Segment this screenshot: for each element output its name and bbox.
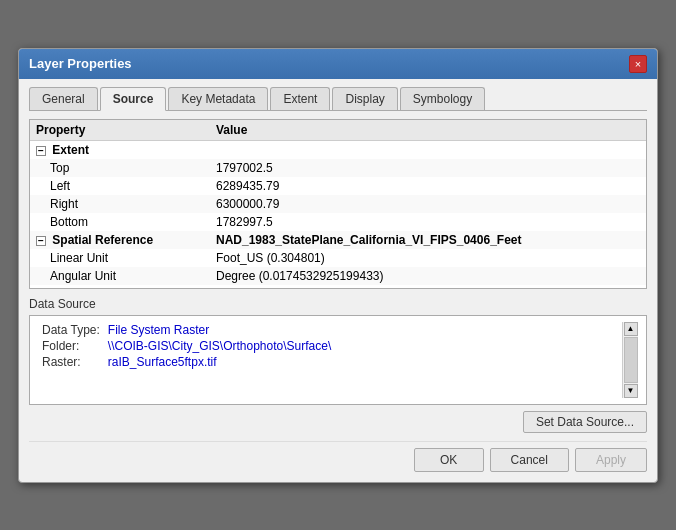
tab-extent[interactable]: Extent bbox=[270, 87, 330, 110]
prop-angular-unit-label: Angular Unit bbox=[30, 267, 210, 285]
ds-raster-label: Raster: bbox=[38, 354, 104, 370]
extent-group-label: Extent bbox=[52, 143, 89, 157]
close-button[interactable]: × bbox=[629, 55, 647, 73]
ds-folder-label: Folder: bbox=[38, 338, 104, 354]
data-source-box: Data Type: File System Raster Folder: \\… bbox=[29, 315, 647, 405]
table-row: Top 1797002.5 bbox=[30, 159, 646, 177]
extent-collapse-icon[interactable]: − bbox=[36, 146, 46, 156]
prop-linear-unit-label: Linear Unit bbox=[30, 249, 210, 267]
tab-display[interactable]: Display bbox=[332, 87, 397, 110]
prop-right-value: 6300000.79 bbox=[210, 195, 646, 213]
extent-group-row: − Extent bbox=[30, 140, 646, 159]
tab-key-metadata[interactable]: Key Metadata bbox=[168, 87, 268, 110]
spatial-ref-value: NAD_1983_StatePlane_California_VI_FIPS_0… bbox=[210, 231, 646, 249]
set-data-source-button[interactable]: Set Data Source... bbox=[523, 411, 647, 433]
spatial-ref-group-row: − Spatial Reference NAD_1983_StatePlane_… bbox=[30, 231, 646, 249]
table-row: Linear Unit Foot_US (0.304801) bbox=[30, 249, 646, 267]
dialog-title: Layer Properties bbox=[29, 56, 132, 71]
list-item: Raster: raIB_Surface5ftpx.tif bbox=[38, 354, 335, 370]
title-bar: Layer Properties × bbox=[19, 49, 657, 79]
table-row: Bottom 1782997.5 bbox=[30, 213, 646, 231]
data-source-scrollbar: ▲ ▼ bbox=[622, 322, 638, 398]
ds-datatype-label: Data Type: bbox=[38, 322, 104, 338]
ds-scroll-thumb[interactable] bbox=[624, 337, 638, 383]
layer-properties-dialog: Layer Properties × General Source Key Me… bbox=[18, 48, 658, 483]
ok-button[interactable]: OK bbox=[414, 448, 484, 472]
spatial-ref-collapse-icon[interactable]: − bbox=[36, 236, 46, 246]
prop-bottom-value: 1782997.5 bbox=[210, 213, 646, 231]
spatial-ref-group-label: Spatial Reference bbox=[52, 233, 153, 247]
list-item: Data Type: File System Raster bbox=[38, 322, 335, 338]
cancel-button[interactable]: Cancel bbox=[490, 448, 569, 472]
properties-table: Property Value − Extent Top 1797002.5 bbox=[30, 120, 646, 289]
data-source-section: Data Source Data Type: File System Raste… bbox=[29, 297, 647, 433]
ds-scroll-down-button[interactable]: ▼ bbox=[624, 384, 638, 398]
ds-folder-value: \\COIB-GIS\City_GIS\Orthophoto\Surface\ bbox=[104, 338, 335, 354]
col-value-header: Value bbox=[210, 120, 646, 141]
prop-bottom-label: Bottom bbox=[30, 213, 210, 231]
table-row: Angular Unit Degree (0.0174532925199433) bbox=[30, 267, 646, 285]
col-property-header: Property bbox=[30, 120, 210, 141]
table-row: Right 6300000.79 bbox=[30, 195, 646, 213]
ds-datatype-value: File System Raster bbox=[104, 322, 335, 338]
data-source-label: Data Source bbox=[29, 297, 647, 311]
data-source-table: Data Type: File System Raster Folder: \\… bbox=[38, 322, 335, 370]
prop-angular-unit-value: Degree (0.0174532925199433) bbox=[210, 267, 646, 285]
set-data-source-row: Set Data Source... bbox=[29, 411, 647, 433]
bottom-buttons: OK Cancel Apply bbox=[29, 441, 647, 472]
tab-source[interactable]: Source bbox=[100, 87, 167, 111]
prop-linear-unit-value: Foot_US (0.304801) bbox=[210, 249, 646, 267]
properties-table-container[interactable]: Property Value − Extent Top 1797002.5 bbox=[29, 119, 647, 289]
data-source-content: Data Type: File System Raster Folder: \\… bbox=[38, 322, 622, 398]
prop-false-easting-label: false_easting bbox=[30, 285, 210, 289]
ds-raster-value: raIB_Surface5ftpx.tif bbox=[104, 354, 335, 370]
prop-right-label: Right bbox=[30, 195, 210, 213]
table-row: false_easting 6561666.666666666 bbox=[30, 285, 646, 289]
ds-scroll-up-button[interactable]: ▲ bbox=[624, 322, 638, 336]
table-row: Left 6289435.79 bbox=[30, 177, 646, 195]
prop-top-label: Top bbox=[30, 159, 210, 177]
tab-symbology[interactable]: Symbology bbox=[400, 87, 485, 110]
tab-general[interactable]: General bbox=[29, 87, 98, 110]
prop-left-value: 6289435.79 bbox=[210, 177, 646, 195]
prop-left-label: Left bbox=[30, 177, 210, 195]
close-icon: × bbox=[635, 58, 641, 70]
prop-top-value: 1797002.5 bbox=[210, 159, 646, 177]
apply-button[interactable]: Apply bbox=[575, 448, 647, 472]
dialog-body: General Source Key Metadata Extent Displ… bbox=[19, 79, 657, 482]
list-item: Folder: \\COIB-GIS\City_GIS\Orthophoto\S… bbox=[38, 338, 335, 354]
prop-false-easting-value: 6561666.666666666 bbox=[210, 285, 646, 289]
tab-bar: General Source Key Metadata Extent Displ… bbox=[29, 87, 647, 111]
